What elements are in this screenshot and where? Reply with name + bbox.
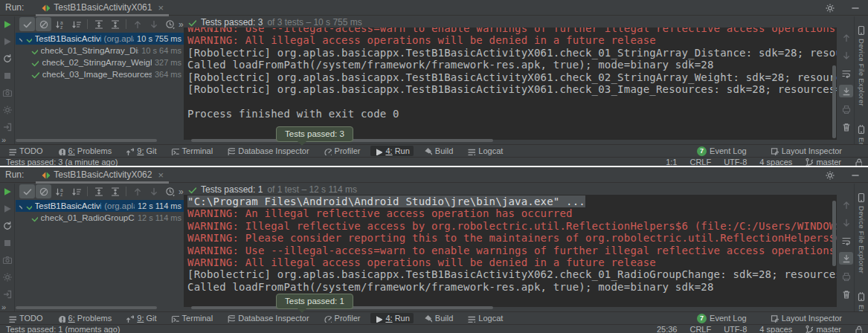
test-history-button[interactable] bbox=[162, 184, 178, 198]
stripe-overflow-icon[interactable]: » bbox=[1, 303, 5, 311]
sort-alphabetically-button[interactable] bbox=[52, 184, 68, 198]
expand-all-button[interactable] bbox=[91, 17, 106, 31]
previous-occurrence-button[interactable] bbox=[129, 17, 145, 31]
stripe-overflow-icon[interactable]: » bbox=[1, 135, 5, 144]
chevron-down-icon[interactable] bbox=[17, 202, 22, 210]
device-file-explorer-button[interactable]: Device File Explorer bbox=[856, 25, 867, 106]
run-tab[interactable]: TestB1BasicActivityX061 × bbox=[36, 0, 169, 16]
status-message[interactable]: Tests passed: 3 (a minute ago) bbox=[6, 158, 118, 166]
up-stack-trace-button[interactable] bbox=[839, 198, 853, 211]
rerun-icon[interactable] bbox=[2, 187, 13, 197]
sort-alphabetically-button[interactable] bbox=[52, 17, 68, 31]
console-output[interactable]: WARNING: Use --illegal-access=warn to en… bbox=[184, 28, 837, 140]
console-output[interactable]: "C:\Program Files\Android\Android Studio… bbox=[184, 195, 837, 307]
attach-debugger-icon[interactable] bbox=[2, 289, 13, 300]
collapse-all-button[interactable] bbox=[107, 17, 123, 31]
down-stack-trace-button[interactable] bbox=[839, 49, 853, 62]
run-tab[interactable]: TestB1BasicActivityX062 × bbox=[36, 167, 169, 183]
gear-icon[interactable] bbox=[825, 3, 835, 13]
minimize-icon[interactable] bbox=[850, 170, 861, 181]
run-button[interactable]: 4: Run bbox=[370, 146, 413, 156]
show-ignored-button[interactable] bbox=[36, 184, 51, 198]
show-ignored-button[interactable] bbox=[36, 17, 51, 31]
git-button[interactable]: 9: Git bbox=[122, 313, 160, 323]
layout-inspector-button[interactable]: Layout Inspector bbox=[767, 313, 846, 323]
rerun-icon[interactable] bbox=[2, 19, 13, 30]
lock-icon[interactable] bbox=[854, 325, 862, 333]
toolbar-overflow-icon[interactable]: » bbox=[179, 187, 183, 197]
git-branch[interactable]: master bbox=[805, 158, 841, 166]
clear-all-button[interactable] bbox=[839, 288, 853, 300]
git-branch[interactable]: master bbox=[805, 325, 841, 333]
screenshot-camera-icon[interactable] bbox=[2, 255, 13, 265]
device-file-explorer-button[interactable]: Device File Explorer bbox=[856, 193, 867, 274]
scroll-to-end-button[interactable] bbox=[839, 85, 853, 97]
console-vertical-scrollbar[interactable] bbox=[832, 65, 836, 138]
toggle-auto-test-icon[interactable] bbox=[2, 54, 13, 64]
logcat-button[interactable]: Logcat bbox=[463, 313, 507, 323]
profiler-gear-icon[interactable] bbox=[2, 105, 13, 115]
problems-button[interactable]: 6: Problems bbox=[54, 146, 116, 156]
test-tree-item[interactable]: check_03_Image_Resources 364 ms bbox=[16, 68, 184, 80]
event-log-button[interactable]: 7Event Log bbox=[693, 313, 750, 324]
soft-wrap-button[interactable] bbox=[839, 67, 853, 80]
tree-horizontal-scrollbar[interactable] bbox=[16, 306, 157, 309]
stop-icon[interactable] bbox=[2, 238, 13, 248]
minimize-icon[interactable] bbox=[850, 3, 861, 13]
rerun-failed-tests-icon[interactable] bbox=[2, 36, 13, 47]
toggle-auto-test-icon[interactable] bbox=[2, 221, 13, 231]
screenshot-camera-icon[interactable] bbox=[2, 88, 13, 98]
clear-all-button[interactable] bbox=[839, 120, 853, 133]
profiler-button[interactable]: Profiler bbox=[320, 313, 364, 323]
todo-button[interactable]: TODO bbox=[4, 146, 47, 156]
line-ending[interactable]: CRLF bbox=[689, 158, 711, 166]
status-message[interactable]: Tests passed: 1 (moments ago) bbox=[6, 325, 120, 333]
test-tree-item[interactable]: check_01_StringArray_Distance 10 s 64 ms bbox=[16, 45, 184, 56]
tree-horizontal-scrollbar[interactable] bbox=[16, 139, 157, 142]
logcat-button[interactable]: Logcat bbox=[463, 146, 507, 156]
toolbar-overflow-icon[interactable]: » bbox=[179, 19, 183, 30]
terminal-button[interactable]: Terminal bbox=[167, 313, 217, 323]
sort-by-duration-button[interactable] bbox=[68, 17, 84, 31]
git-button[interactable]: 9: Git bbox=[122, 146, 160, 156]
database-inspector-button[interactable]: Database Inspector bbox=[223, 313, 312, 323]
next-occurrence-button[interactable] bbox=[146, 17, 161, 31]
expand-all-button[interactable] bbox=[91, 184, 106, 198]
terminal-button[interactable]: Terminal bbox=[167, 146, 217, 156]
file-encoding[interactable]: UTF-8 bbox=[724, 158, 747, 166]
profiler-button[interactable]: Profiler bbox=[320, 146, 364, 156]
close-icon[interactable]: × bbox=[158, 170, 164, 180]
run-button[interactable]: 4: Run bbox=[370, 313, 413, 323]
line-ending[interactable]: CRLF bbox=[689, 325, 711, 333]
up-stack-trace-button[interactable] bbox=[839, 31, 853, 44]
todo-button[interactable]: TODO bbox=[4, 313, 47, 323]
console-vertical-scrollbar[interactable] bbox=[832, 201, 836, 266]
sort-by-duration-button[interactable] bbox=[68, 184, 84, 198]
test-history-button[interactable] bbox=[162, 17, 178, 31]
stop-icon[interactable] bbox=[2, 71, 13, 81]
indent-setting[interactable]: 4 spaces bbox=[759, 158, 792, 166]
next-occurrence-button[interactable] bbox=[146, 184, 161, 198]
gear-icon[interactable] bbox=[825, 170, 835, 181]
problems-button[interactable]: 6: Problems bbox=[54, 313, 116, 323]
collapse-all-button[interactable] bbox=[107, 184, 123, 198]
soft-wrap-button[interactable] bbox=[839, 234, 853, 247]
close-icon[interactable]: × bbox=[158, 3, 164, 13]
profiler-gear-icon[interactable] bbox=[2, 272, 13, 282]
test-tree-root[interactable]: TestB1BasicActivityX062 (org.aplas.t 12 … bbox=[16, 200, 184, 212]
scroll-to-end-button[interactable] bbox=[839, 252, 853, 265]
caret-position[interactable]: 1:1 bbox=[666, 158, 677, 166]
build-button[interactable]: Build bbox=[420, 313, 457, 323]
rerun-failed-tests-icon[interactable] bbox=[2, 204, 13, 214]
print-button[interactable] bbox=[839, 103, 853, 115]
lock-icon[interactable] bbox=[854, 158, 862, 166]
build-button[interactable]: Build bbox=[420, 146, 457, 156]
event-log-button[interactable]: 7Event Log bbox=[693, 146, 750, 157]
test-tree-item[interactable]: check_01_RadioGroupChange 12 s 114 ms bbox=[16, 212, 184, 224]
database-inspector-button[interactable]: Database Inspector bbox=[223, 146, 312, 156]
chevron-down-icon[interactable] bbox=[17, 35, 22, 42]
attach-debugger-icon[interactable] bbox=[2, 122, 13, 132]
show-passed-button[interactable] bbox=[19, 17, 35, 31]
caret-position[interactable]: 25:36 bbox=[657, 325, 678, 333]
file-encoding[interactable]: UTF-8 bbox=[724, 325, 747, 333]
